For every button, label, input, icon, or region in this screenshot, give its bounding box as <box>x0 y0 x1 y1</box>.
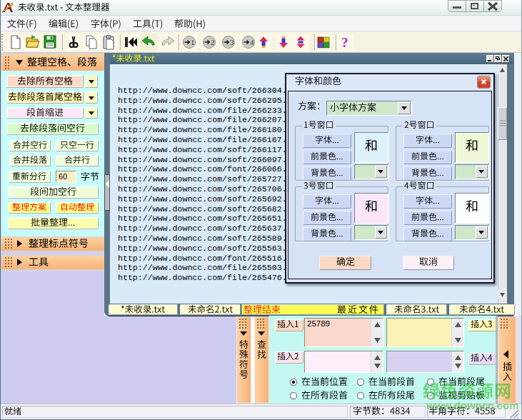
svg-text:2: 2 <box>211 38 215 46</box>
svg-text:1: 1 <box>191 38 195 46</box>
svg-text:3: 3 <box>230 38 234 46</box>
svg-text:4: 4 <box>250 38 254 46</box>
svg-text:?: ? <box>341 35 348 50</box>
